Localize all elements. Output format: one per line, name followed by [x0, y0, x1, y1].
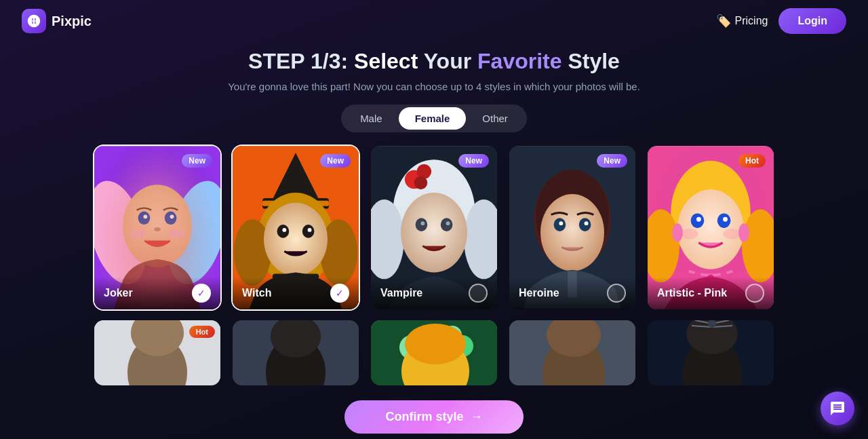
svg-point-8 [143, 214, 147, 218]
svg-point-43 [540, 194, 604, 271]
step-label: STEP 1/3: [248, 49, 348, 73]
app-name: Pixpic [52, 14, 92, 29]
header: Pixpic 🏷️ Pricing Login [0, 0, 868, 42]
svg-point-6 [138, 212, 151, 225]
svg-point-65 [738, 223, 749, 242]
check-joker: ✓ [192, 284, 211, 303]
svg-point-59 [681, 229, 698, 240]
style-card-joker[interactable]: New Joker ✓ [93, 145, 222, 311]
style-card-bottom3[interactable] [370, 319, 498, 387]
tab-male[interactable]: Male [344, 107, 399, 130]
svg-point-46 [559, 221, 563, 225]
check-vampire [469, 284, 488, 303]
style-card-artistic-pink[interactable]: Hot Artistic - Pink [646, 145, 775, 311]
title-favorite: Favorite [477, 49, 561, 73]
step-subtitle: You're gonna love this part! Now you can… [27, 81, 841, 92]
header-right: 🏷️ Pricing Login [716, 8, 846, 34]
svg-point-5 [123, 185, 192, 267]
confirm-label: Confirm style [385, 410, 463, 424]
title-your: Your [424, 49, 472, 73]
step-title: STEP 1/3: Select Your Favorite Style [27, 49, 841, 74]
title-style: Style [568, 49, 619, 73]
svg-point-3 [94, 174, 157, 291]
tab-female[interactable]: Female [399, 107, 467, 130]
svg-point-38 [420, 221, 425, 225]
svg-point-4 [158, 174, 220, 291]
styles-grid-row2: Hot [27, 319, 841, 387]
svg-point-79 [405, 324, 466, 364]
login-button[interactable]: Login [778, 8, 846, 34]
svg-point-0 [32, 19, 36, 23]
svg-point-11 [130, 229, 146, 239]
confirm-button[interactable]: Confirm style → [344, 400, 523, 434]
main-content: STEP 1/3: Select Your Favorite Style You… [0, 42, 868, 387]
badge-new-witch: New [320, 154, 351, 168]
badge-new-joker: New [182, 154, 212, 168]
styles-grid-row1: New Joker ✓ [27, 145, 841, 311]
pricing-icon: 🏷️ [716, 14, 731, 28]
confirm-area: Confirm style → Choose up to 2/4 style [0, 395, 868, 439]
svg-point-24 [308, 228, 312, 232]
svg-point-47 [585, 221, 589, 225]
style-card-heroine[interactable]: New Heroine [508, 145, 637, 311]
svg-point-10 [154, 227, 161, 231]
badge-new-vampire: New [458, 154, 489, 168]
svg-point-35 [401, 193, 467, 272]
title-plain: Select [354, 49, 424, 73]
style-card-bottom5[interactable] [646, 319, 775, 387]
style-card-vampire[interactable]: New Vampire [370, 145, 498, 311]
style-card-bottom4[interactable] [508, 319, 637, 387]
svg-point-39 [446, 221, 450, 225]
logo-area: Pixpic [22, 9, 92, 33]
pricing-label: Pricing [735, 15, 768, 27]
svg-point-58 [723, 217, 728, 222]
card-label-area-joker: Joker ✓ [94, 277, 220, 309]
chat-bubble[interactable] [821, 392, 854, 425]
svg-point-64 [672, 223, 683, 242]
svg-point-12 [169, 229, 184, 239]
svg-point-57 [696, 217, 701, 222]
card-label-area-heroine: Heroine [509, 277, 635, 309]
svg-point-60 [724, 229, 741, 240]
card-label-area-vampire: Vampire [371, 277, 497, 309]
card-label-vampire: Vampire [380, 287, 422, 299]
card-label-joker: Joker [104, 287, 133, 299]
svg-point-7 [165, 212, 177, 225]
svg-point-23 [282, 228, 286, 232]
card-label-witch: Witch [242, 287, 271, 299]
pricing-link[interactable]: 🏷️ Pricing [716, 14, 768, 28]
style-card-bottom2[interactable] [231, 319, 360, 387]
check-artistic [745, 284, 764, 303]
style-card-bottom1[interactable]: Hot [93, 319, 222, 387]
style-card-witch[interactable]: New Witch ✓ [231, 145, 360, 311]
confirm-arrow: → [471, 410, 483, 424]
badge-hot-artistic: Hot [738, 154, 766, 168]
svg-point-20 [264, 203, 328, 276]
check-witch: ✓ [330, 284, 349, 303]
svg-point-34 [414, 176, 428, 190]
card-label-area-witch: Witch ✓ [233, 277, 359, 309]
card-label-artistic: Artistic - Pink [657, 287, 727, 299]
svg-point-9 [170, 214, 174, 218]
logo-icon [22, 9, 46, 33]
tabs-container: Male Female Other [341, 104, 527, 132]
card-label-heroine: Heroine [519, 287, 559, 299]
tab-other[interactable]: Other [466, 107, 524, 130]
badge-hot-bottom1: Hot [189, 326, 215, 338]
check-heroine [607, 284, 626, 303]
badge-new-heroine: New [597, 154, 627, 168]
card-label-area-artistic: Artistic - Pink [648, 277, 774, 309]
